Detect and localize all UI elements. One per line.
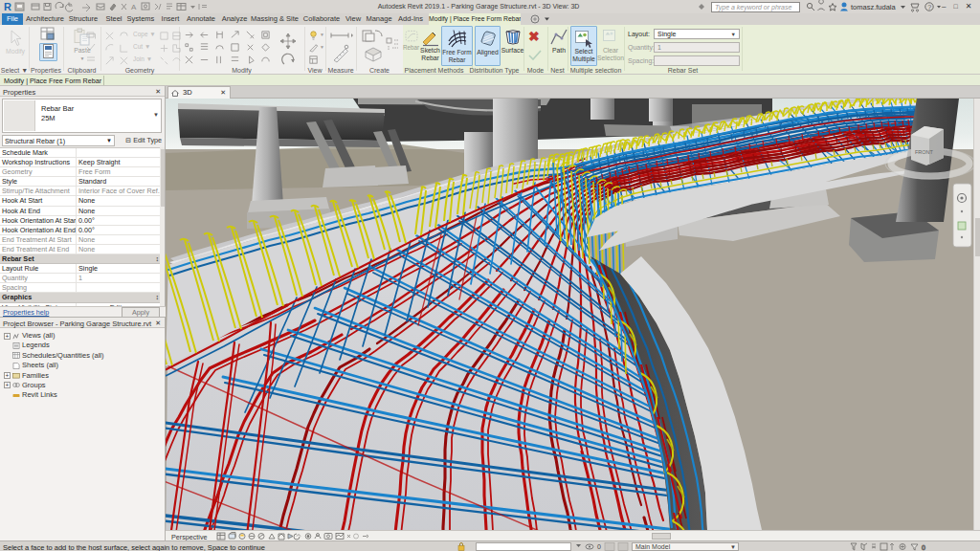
svg-text:FRONT: FRONT xyxy=(915,149,934,155)
svg-text:?: ? xyxy=(927,4,931,11)
svg-text:0: 0 xyxy=(922,544,925,551)
svg-text:A: A xyxy=(131,3,137,11)
svg-text:tomasz.fudala: tomasz.fudala xyxy=(851,3,897,11)
svg-text:0: 0 xyxy=(597,543,601,550)
svg-text:R: R xyxy=(4,1,11,12)
